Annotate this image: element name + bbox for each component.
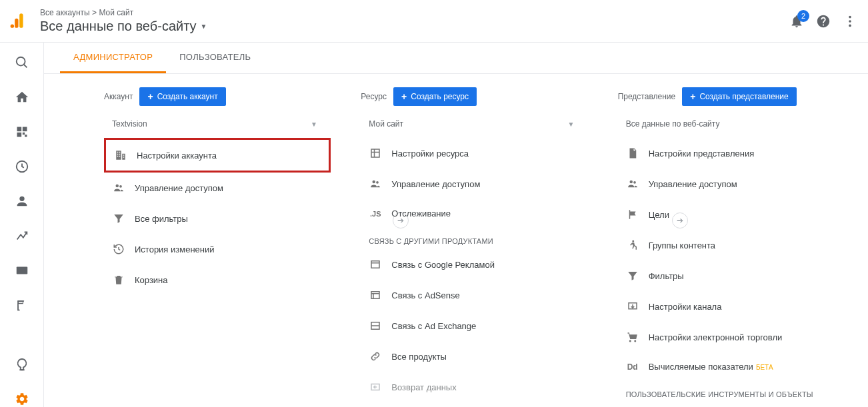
svg-point-2 [11,24,14,27]
grid-icon [369,147,382,159]
calculated-metrics-item[interactable]: DdВычисляемые показателиБЕТА [618,352,845,381]
create-account-button[interactable]: +Создать аккаунт [139,87,225,106]
search-icon[interactable] [14,55,30,71]
acquisition-icon[interactable] [14,228,30,244]
caret-down-icon: ▼ [311,121,317,128]
data-return-item[interactable]: Возврат данных [361,372,587,402]
view-selector[interactable]: Все данные по веб-сайту ▼ [40,19,207,34]
view-access-item[interactable]: Управление доступом [618,169,845,199]
svg-rect-9 [22,127,27,132]
audience-icon[interactable] [14,193,30,209]
create-view-button[interactable]: +Создать представление [682,87,797,106]
property-settings-item[interactable]: Настройки ресурса [361,138,587,169]
dd-icon: Dd [626,362,639,372]
svg-point-32 [629,181,633,184]
js-icon: .JS [369,210,382,218]
ad-exchange-link-item[interactable]: Связь с Ad Exchange [361,310,587,341]
svg-point-5 [849,24,851,27]
view-label: Представление [618,92,676,101]
people-icon [626,178,639,190]
notifications-button[interactable]: 2 [789,14,804,29]
conversions-icon[interactable] [14,297,30,313]
property-column: Ресурс +Создать ресурс Мой сайт▼ Настрой… [361,87,611,407]
person-run-icon [626,239,639,251]
plus-icon: + [401,91,407,102]
admin-icon[interactable] [14,391,30,407]
goals-item[interactable]: Цели [618,199,845,230]
property-tracking-item[interactable]: .JSОтслеживание [361,199,587,228]
ads-icon [369,258,382,270]
trash-icon [112,274,125,286]
building-icon [114,149,127,161]
people-icon [369,178,382,190]
svg-rect-1 [15,19,18,28]
svg-rect-8 [17,127,21,132]
account-label: Аккаунт [104,92,133,101]
link-icon [369,350,382,362]
property-label: Ресурс [361,92,387,101]
home-icon[interactable] [14,89,30,105]
tabs: АДМИНИСТРАТОР ПОЛЬЗОВАТЕЛЬ [44,43,868,74]
plus-icon: + [147,91,153,102]
svg-point-34 [632,240,634,242]
more-menu-button[interactable] [843,14,857,29]
filter-icon [112,212,125,224]
exchange-icon [369,320,382,332]
tab-user[interactable]: ПОЛЬЗОВАТЕЛЬ [166,43,264,73]
account-access-item[interactable]: Управление доступом [104,173,331,203]
svg-rect-10 [17,133,21,137]
behavior-icon[interactable] [14,262,30,278]
tab-admin[interactable]: АДМИНИСТРАТОР [60,43,166,73]
adsense-icon [369,289,382,301]
google-ads-link-item[interactable]: Связь с Google Рекламой [361,249,587,280]
cart-icon [626,331,639,343]
svg-rect-12 [25,135,27,137]
svg-rect-0 [19,13,23,28]
analytics-logo-icon [9,12,27,29]
account-history-item[interactable]: История изменений [104,234,331,264]
ecommerce-settings-item[interactable]: Настройки электронной торговли [618,322,845,352]
svg-point-14 [19,197,24,201]
dashboard-icon[interactable] [14,124,30,140]
all-products-item[interactable]: Все продукты [361,341,587,372]
product-linking-section: СВЯЗЬ С ДРУГИМИ ПРОДУКТАМИ [361,228,611,249]
discover-icon[interactable] [14,356,30,372]
svg-rect-26 [371,292,379,299]
return-icon [369,381,382,393]
svg-point-22 [373,181,376,184]
svg-line-7 [23,65,27,68]
flag-icon [626,208,639,220]
account-dropdown[interactable]: Textvision▼ [104,114,331,138]
filter-icon [626,270,639,282]
svg-point-33 [633,181,636,184]
breadcrumb[interactable]: Все аккаунты > Мой сайт [40,8,207,17]
svg-point-18 [119,185,122,188]
caret-down-icon: ▼ [201,23,207,30]
view-filters-item[interactable]: Фильтры [618,260,845,291]
view-settings-item[interactable]: Настройки представления [618,138,845,169]
content-groups-item[interactable]: Группы контента [618,230,845,260]
view-column: Представление +Создать представление Все… [618,87,868,407]
realtime-icon[interactable] [14,159,30,175]
svg-point-4 [849,20,851,23]
account-filters-item[interactable]: Все фильтры [104,203,331,234]
adsense-link-item[interactable]: Связь с AdSense [361,280,587,310]
svg-rect-11 [22,133,24,135]
custom-tools-section: ПОЛЬЗОВАТЕЛЬСКИЕ ИНСТРУМЕНТЫ И ОБЪЕКТЫ [618,381,868,402]
account-settings-item[interactable]: Настройки аккаунта [104,138,331,173]
account-column: Аккаунт +Создать аккаунт Textvision▼ Нас… [104,87,354,407]
view-dropdown[interactable]: Все данные по веб-сайту [618,114,818,138]
page-title: Все данные по веб-сайту [40,19,197,34]
svg-point-3 [849,15,851,18]
help-button[interactable] [816,14,831,29]
property-dropdown[interactable]: Мой сайт▼ [361,114,587,138]
channel-settings-item[interactable]: Настройки канала [618,291,845,322]
property-access-item[interactable]: Управление доступом [361,169,587,199]
create-property-button[interactable]: +Создать ресурс [393,87,477,106]
left-sidebar [0,43,44,407]
notification-badge: 2 [797,10,809,22]
svg-point-6 [16,57,25,66]
account-trash-item[interactable]: Корзина [104,264,331,295]
caret-down-icon: ▼ [567,121,574,128]
plus-icon: + [690,91,695,102]
